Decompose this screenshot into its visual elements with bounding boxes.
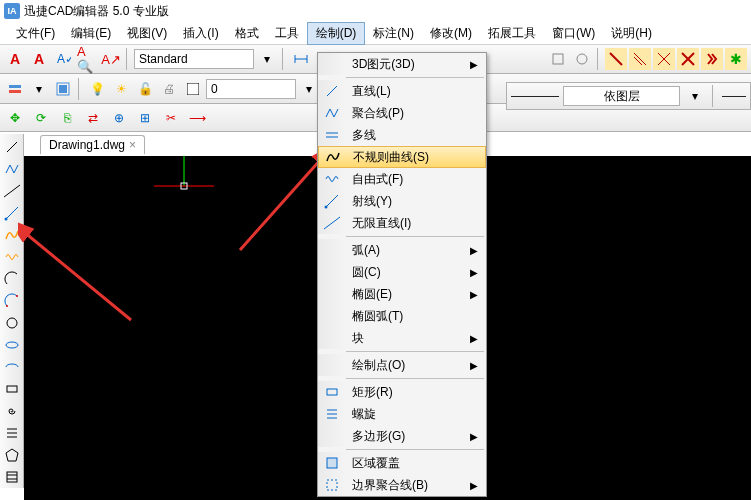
menu-xline[interactable]: 无限直线(I) — [318, 212, 486, 234]
menu-label: 边界聚合线(B) — [346, 477, 470, 494]
menu-region[interactable]: 区域覆盖 — [318, 452, 486, 474]
arc3p-tool[interactable] — [1, 290, 23, 312]
star-button[interactable]: ✱ — [725, 48, 747, 70]
blank-icon — [318, 261, 346, 283]
drawing-tab[interactable]: Drawing1.dwg × — [40, 135, 145, 154]
array-button[interactable]: ⊞ — [134, 107, 156, 129]
run-button[interactable] — [701, 48, 723, 70]
spiral-tool[interactable] — [1, 400, 23, 422]
circle-tool[interactable] — [1, 312, 23, 334]
color-swatch[interactable] — [182, 78, 204, 100]
titlebar: IA 迅捷CAD编辑器 5.0 专业版 — [0, 0, 751, 22]
bulb-on-icon[interactable]: 💡 — [86, 78, 108, 100]
elliparc-tool[interactable] — [1, 356, 23, 378]
menu-label: 椭圆(E) — [346, 286, 470, 303]
menu-point[interactable]: 绘制点(O) ▶ — [318, 354, 486, 376]
hatch-linear-button[interactable] — [605, 48, 627, 70]
polygon-tool[interactable] — [1, 444, 23, 466]
menu-modify[interactable]: 修改(M) — [422, 23, 480, 44]
hatch-x-button[interactable] — [677, 48, 699, 70]
copy-button[interactable]: ⎘ — [56, 107, 78, 129]
polyline-tool[interactable] — [1, 158, 23, 180]
svg-line-6 — [610, 53, 622, 65]
dim-tool2-button[interactable] — [571, 48, 593, 70]
menu-view[interactable]: 视图(V) — [119, 23, 175, 44]
menu-multiline[interactable]: 多线 — [318, 124, 486, 146]
hatch-tool[interactable] — [1, 466, 23, 488]
hatch-double-button[interactable] — [629, 48, 651, 70]
dim-linear-button[interactable] — [290, 48, 312, 70]
menu-draw[interactable]: 绘制(D) — [307, 22, 366, 45]
menu-boundary[interactable]: 边界聚合线(B) ▶ — [318, 474, 486, 496]
text-style-button[interactable]: A↗ — [100, 48, 122, 70]
menu-tool[interactable]: 工具 — [267, 23, 307, 44]
arc-tool[interactable] — [1, 268, 23, 290]
line-tool[interactable] — [1, 136, 23, 158]
menu-insert[interactable]: 插入(I) — [175, 23, 226, 44]
menu-polyline[interactable]: 聚合线(P) — [318, 102, 486, 124]
menu-edit[interactable]: 编辑(E) — [63, 23, 119, 44]
submenu-arrow-icon: ▶ — [470, 480, 478, 491]
ray-tool[interactable] — [1, 202, 23, 224]
menu-freehand[interactable]: 自由式(F) — [318, 168, 486, 190]
menu-elliparc[interactable]: 椭圆弧(T) — [318, 305, 486, 327]
menu-3dview[interactable]: 3D图元(3D) ▶ — [318, 53, 486, 75]
mirror-button[interactable]: ⇄ — [82, 107, 104, 129]
menu-rect[interactable]: 矩形(R) — [318, 381, 486, 403]
sun-icon[interactable]: ☀ — [110, 78, 132, 100]
ellipse-tool[interactable] — [1, 334, 23, 356]
rotate-button[interactable]: ⟳ — [30, 107, 52, 129]
menu-spline[interactable]: 不规则曲线(S) — [318, 146, 486, 168]
menu-label: 矩形(R) — [346, 384, 478, 401]
find-button[interactable]: A🔍 — [76, 48, 98, 70]
spiral2-tool[interactable] — [1, 422, 23, 444]
freehand-icon — [318, 168, 346, 190]
menu-separator — [346, 351, 484, 352]
layer-bylayer-combo[interactable]: 依图层 — [563, 86, 680, 106]
app-icon: IA — [4, 3, 20, 19]
menu-file[interactable]: 文件(F) — [8, 23, 63, 44]
dropdown-button[interactable]: ▾ — [256, 48, 278, 70]
freehand-tool[interactable] — [1, 246, 23, 268]
extend-button[interactable]: ⟶ — [186, 107, 208, 129]
print-icon[interactable]: 🖨 — [158, 78, 180, 100]
lock-icon[interactable]: 🔓 — [134, 78, 156, 100]
layer-dropdown-button[interactable]: ▾ — [28, 78, 50, 100]
rect-tool[interactable] — [1, 378, 23, 400]
svg-line-36 — [327, 86, 337, 96]
multiline-icon — [318, 124, 346, 146]
spline-tool[interactable] — [1, 224, 23, 246]
menu-spiral[interactable]: 螺旋 — [318, 403, 486, 425]
spell-button[interactable]: A✓ — [52, 48, 74, 70]
menu-block[interactable]: 块 ▶ — [318, 327, 486, 349]
menu-label: 绘制点(O) — [346, 357, 470, 374]
tab-label: Drawing1.dwg — [49, 138, 125, 152]
menu-ray[interactable]: 射线(Y) — [318, 190, 486, 212]
menu-arc[interactable]: 弧(A) ▶ — [318, 239, 486, 261]
tab-close-button[interactable]: × — [129, 138, 136, 152]
menu-label: 块 — [346, 330, 470, 347]
layer-name-input[interactable] — [206, 79, 296, 99]
menu-ellipse[interactable]: 椭圆(E) ▶ — [318, 283, 486, 305]
offset-button[interactable]: ⊕ — [108, 107, 130, 129]
menu-window[interactable]: 窗口(W) — [544, 23, 603, 44]
text-style-combo[interactable] — [134, 49, 254, 69]
text-a2-button[interactable]: A — [28, 48, 50, 70]
text-a1-button[interactable]: A — [4, 48, 26, 70]
xline-tool[interactable] — [1, 180, 23, 202]
menu-polygon[interactable]: 多边形(G) ▶ — [318, 425, 486, 447]
menu-extend[interactable]: 拓展工具 — [480, 23, 544, 44]
menu-line[interactable]: 直线(L) — [318, 80, 486, 102]
menu-format[interactable]: 格式 — [227, 23, 267, 44]
menu-help[interactable]: 说明(H) — [603, 23, 660, 44]
hatch-cross-button[interactable] — [653, 48, 675, 70]
menu-annotate[interactable]: 标注(N) — [365, 23, 422, 44]
layer-states-button[interactable] — [52, 78, 74, 100]
menu-circle[interactable]: 圆(C) ▶ — [318, 261, 486, 283]
layer-combo-dropdown[interactable]: ▾ — [684, 85, 706, 107]
move-button[interactable]: ✥ — [4, 107, 26, 129]
menu-separator — [346, 378, 484, 379]
dim-tool1-button[interactable] — [547, 48, 569, 70]
layer-manager-button[interactable] — [4, 78, 26, 100]
trim-button[interactable]: ✂ — [160, 107, 182, 129]
